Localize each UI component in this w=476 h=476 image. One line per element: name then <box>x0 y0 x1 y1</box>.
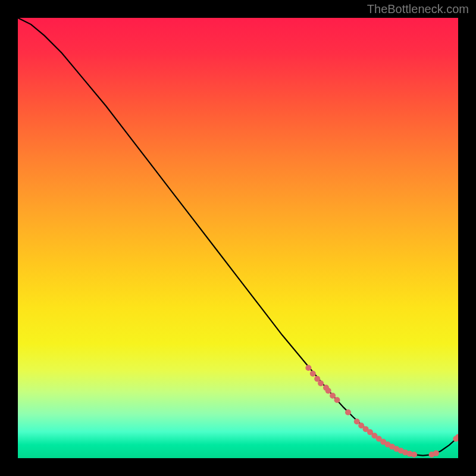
scatter-point <box>305 365 311 371</box>
main-curve <box>18 18 458 456</box>
scatter-point <box>334 397 340 403</box>
chart-area <box>18 18 458 458</box>
scatter-points <box>305 365 458 458</box>
scatter-point <box>354 419 360 425</box>
scatter-point <box>433 450 439 456</box>
scatter-point <box>325 388 331 394</box>
scatter-point <box>345 409 351 415</box>
scatter-point <box>330 393 336 399</box>
scatter-point <box>310 371 316 377</box>
scatter-point <box>411 452 417 458</box>
scatter-point <box>318 380 324 386</box>
watermark-text: TheBottleneck.com <box>367 2 469 16</box>
chart-svg <box>18 18 458 458</box>
